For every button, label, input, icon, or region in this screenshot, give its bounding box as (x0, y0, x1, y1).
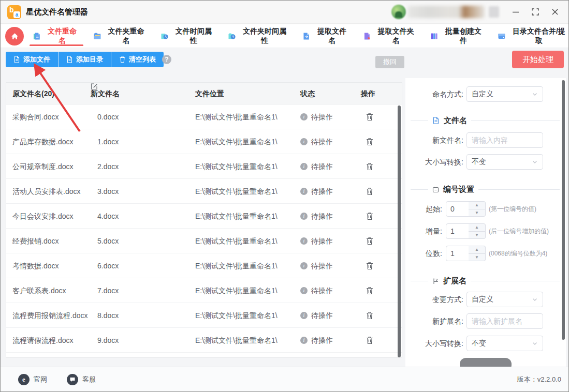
panel-scrollbar[interactable] (562, 80, 565, 340)
delete-row-button[interactable] (364, 310, 375, 321)
footer: e 官网 客服 版本：v2.2.0.0 (1, 367, 568, 391)
status-cell: i 待操作 (300, 179, 333, 204)
new-filename: 1.docx (97, 129, 119, 154)
step-up-icon[interactable]: ▲ (469, 246, 485, 254)
new-filename-input[interactable] (466, 132, 543, 148)
original-filename: 产品库存数据.docx (12, 129, 73, 154)
delete-row-button[interactable] (364, 335, 375, 346)
action-cell (364, 253, 375, 278)
chat-bubble-icon (67, 374, 78, 385)
status-cell: i 待操作 (300, 278, 333, 303)
user-menu-redacted[interactable] (489, 6, 499, 18)
change-method-label: 变更方式: (405, 292, 463, 307)
start-number-input[interactable] (446, 201, 469, 217)
tab-extract-foldername[interactable]: 提取文件夹名 (363, 24, 417, 48)
undo-button[interactable]: 撤回 (375, 56, 404, 68)
tab-folder-time[interactable]: 文件夹时间属性 (228, 24, 289, 48)
maximize-button[interactable] (529, 6, 542, 18)
trash-icon (366, 286, 374, 295)
delete-row-button[interactable] (364, 285, 375, 296)
status-text: 待操作 (311, 104, 333, 129)
info-icon: i (300, 237, 308, 245)
naming-method-label: 命名方式: (405, 86, 463, 102)
increment-label: 增量: (405, 223, 442, 239)
action-cell (364, 104, 375, 129)
numbering-section-title: 编号设置 (443, 185, 474, 194)
tab-batch-create[interactable]: 批量创建文件 (430, 24, 485, 48)
table-row: 活动人员安排表.docx 3.docx E:\测试文件\批量重命名1\ i 待操… (6, 179, 402, 204)
action-cell (364, 353, 375, 358)
delete-row-button[interactable] (364, 260, 375, 272)
table-row: 流程请假流程.docx 9.docx E:\测试文件\批量重命名1\ i 待操作 (6, 328, 402, 353)
trash-icon (366, 261, 374, 270)
delete-row-button[interactable] (364, 111, 375, 123)
add-directory-button[interactable]: 添加目录 (58, 52, 111, 67)
digits-input[interactable] (446, 246, 469, 261)
customer-service-link[interactable]: 客服 (67, 374, 96, 385)
clear-list-button[interactable]: 清空列表 (111, 52, 164, 67)
new-filename: 3.docx (97, 179, 119, 204)
tab-extract-filename[interactable]: 提取文件名 (302, 24, 350, 48)
user-name-redacted[interactable] (408, 6, 485, 18)
action-cell (364, 303, 375, 328)
add-file-button[interactable]: 添加文件 (6, 52, 58, 67)
trash-icon (366, 112, 374, 122)
chevron-down-icon (532, 296, 538, 303)
extract-foldername-icon (363, 32, 371, 40)
tab-file-rename[interactable]: 文件重命名 (33, 24, 80, 48)
extension-section-title: 扩展名 (443, 276, 466, 286)
step-down-icon[interactable]: ▼ (469, 232, 485, 239)
naming-method-select[interactable]: 自定义 (466, 86, 543, 102)
table-row: 考情数据.docx 6.docx E:\测试文件\批量重命名1\ i 待操作 (6, 253, 402, 278)
filename-case-select[interactable]: 不变 (466, 154, 543, 170)
original-filename: 今日会议安排.docx (12, 204, 73, 229)
info-icon: i (300, 312, 308, 319)
status-text: 待操作 (311, 303, 333, 328)
extension-case-select[interactable]: 不变 (466, 336, 543, 351)
status-text: 待操作 (311, 253, 333, 278)
increment-stepper: ▲▼ (469, 223, 486, 239)
file-location: E:\测试文件\批量重命名1\ (195, 154, 278, 179)
step-down-icon[interactable]: ▼ (469, 209, 485, 217)
start-process-button[interactable]: 开始处理 (512, 51, 564, 68)
close-button[interactable] (549, 6, 561, 18)
new-filename: 7.docx (97, 278, 119, 303)
delete-row-button[interactable] (364, 210, 375, 222)
tab-folder-rename[interactable]: 文件夹重命名 (93, 24, 148, 48)
delete-row-button[interactable] (364, 235, 375, 247)
change-method-select[interactable]: 自定义 (466, 292, 543, 307)
minimize-button[interactable] (509, 6, 522, 18)
chevron-down-icon (532, 91, 538, 97)
step-down-icon[interactable]: ▼ (469, 254, 485, 261)
delete-row-button[interactable] (364, 186, 375, 197)
status-cell: i 待操作 (300, 104, 333, 129)
chevron-down-icon (532, 159, 538, 165)
file-location: E:\测试文件\批量重命名1\ (195, 229, 278, 253)
original-filename: 经费报销.docx (12, 229, 59, 253)
step-up-icon[interactable]: ▲ (469, 224, 485, 232)
home-button[interactable] (5, 27, 24, 46)
table-scrollbar[interactable] (398, 105, 401, 357)
help-icon[interactable]: ? (162, 55, 171, 64)
tab-file-time[interactable]: 文件时间属性 (161, 24, 215, 48)
step-up-icon[interactable]: ▲ (469, 202, 485, 209)
trash-icon (366, 336, 374, 345)
official-site-link[interactable]: e 官网 (18, 374, 47, 385)
app-title: 星优文件名管理器 (26, 7, 88, 17)
delete-row-button[interactable] (364, 161, 375, 172)
folder-time-icon (228, 32, 236, 40)
new-extension-input[interactable] (466, 313, 543, 329)
user-avatar[interactable] (391, 5, 406, 19)
digits-stepper: ▲▼ (469, 246, 486, 261)
tab-merge-extract[interactable]: 目录文件合并/提取 (498, 24, 568, 48)
info-icon: i (300, 138, 308, 145)
home-icon (10, 32, 19, 41)
chevron-down-icon (532, 340, 538, 346)
action-cell (364, 278, 375, 303)
trash-icon (366, 162, 374, 171)
new-filename-label: 新文件名: (405, 132, 463, 148)
file-location: E:\测试文件\批量重命名1\ (195, 303, 278, 328)
delete-row-button[interactable] (364, 136, 375, 147)
file-location: E:\测试文件\批量重命名1\ (195, 328, 278, 353)
increment-input[interactable] (446, 223, 469, 239)
